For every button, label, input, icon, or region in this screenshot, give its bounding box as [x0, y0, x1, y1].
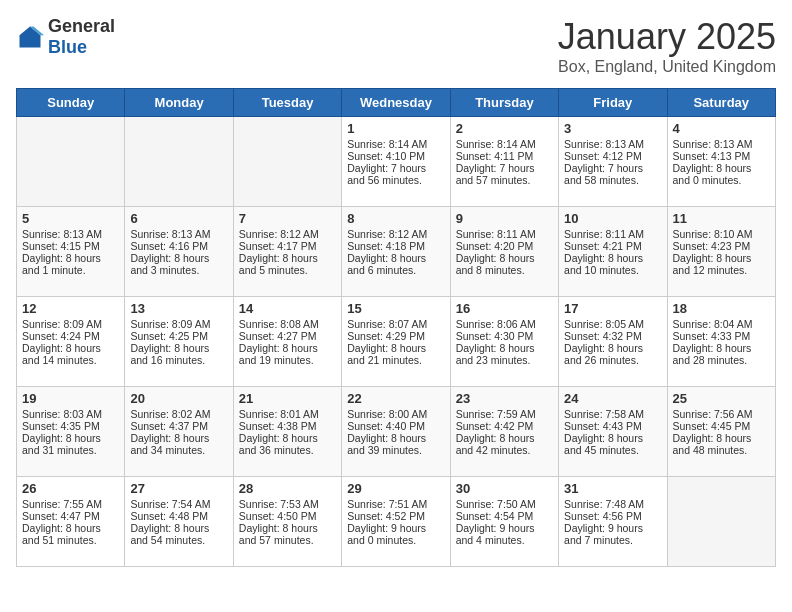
calendar-cell: 25Sunrise: 7:56 AMSunset: 4:45 PMDayligh… — [667, 387, 775, 477]
day-info: and 21 minutes. — [347, 354, 444, 366]
day-info: Sunset: 4:17 PM — [239, 240, 336, 252]
day-info: Daylight: 8 hours — [673, 252, 770, 264]
col-header-friday: Friday — [559, 89, 667, 117]
day-info: Sunset: 4:43 PM — [564, 420, 661, 432]
calendar-cell: 9Sunrise: 8:11 AMSunset: 4:20 PMDaylight… — [450, 207, 558, 297]
day-info: Sunset: 4:10 PM — [347, 150, 444, 162]
day-number: 17 — [564, 301, 661, 316]
day-info: and 26 minutes. — [564, 354, 661, 366]
day-info: Sunrise: 8:05 AM — [564, 318, 661, 330]
day-number: 7 — [239, 211, 336, 226]
day-info: Sunset: 4:54 PM — [456, 510, 553, 522]
day-info: and 45 minutes. — [564, 444, 661, 456]
day-number: 1 — [347, 121, 444, 136]
day-info: Sunrise: 7:53 AM — [239, 498, 336, 510]
day-info: Sunset: 4:25 PM — [130, 330, 227, 342]
day-number: 24 — [564, 391, 661, 406]
day-info: and 58 minutes. — [564, 174, 661, 186]
day-number: 20 — [130, 391, 227, 406]
calendar-cell: 30Sunrise: 7:50 AMSunset: 4:54 PMDayligh… — [450, 477, 558, 567]
calendar-cell: 2Sunrise: 8:14 AMSunset: 4:11 PMDaylight… — [450, 117, 558, 207]
day-info: and 42 minutes. — [456, 444, 553, 456]
day-info: Sunrise: 7:51 AM — [347, 498, 444, 510]
day-info: Daylight: 9 hours — [564, 522, 661, 534]
day-number: 29 — [347, 481, 444, 496]
day-info: Sunset: 4:47 PM — [22, 510, 119, 522]
calendar-cell: 13Sunrise: 8:09 AMSunset: 4:25 PMDayligh… — [125, 297, 233, 387]
day-info: and 14 minutes. — [22, 354, 119, 366]
day-info: Sunset: 4:52 PM — [347, 510, 444, 522]
day-info: and 39 minutes. — [347, 444, 444, 456]
day-info: and 12 minutes. — [673, 264, 770, 276]
day-info: Sunrise: 8:13 AM — [22, 228, 119, 240]
day-info: Daylight: 8 hours — [564, 252, 661, 264]
day-info: Sunrise: 8:03 AM — [22, 408, 119, 420]
day-info: Daylight: 7 hours — [456, 162, 553, 174]
calendar-table: SundayMondayTuesdayWednesdayThursdayFrid… — [16, 88, 776, 567]
day-info: and 0 minutes. — [347, 534, 444, 546]
day-number: 13 — [130, 301, 227, 316]
day-info: and 19 minutes. — [239, 354, 336, 366]
day-info: Daylight: 8 hours — [673, 342, 770, 354]
day-info: Daylight: 8 hours — [239, 342, 336, 354]
day-info: Daylight: 8 hours — [347, 432, 444, 444]
day-info: Sunrise: 7:50 AM — [456, 498, 553, 510]
col-header-thursday: Thursday — [450, 89, 558, 117]
day-info: Sunrise: 8:14 AM — [347, 138, 444, 150]
col-header-tuesday: Tuesday — [233, 89, 341, 117]
day-info: Sunset: 4:37 PM — [130, 420, 227, 432]
calendar-cell: 15Sunrise: 8:07 AMSunset: 4:29 PMDayligh… — [342, 297, 450, 387]
title-block: January 2025 Box, England, United Kingdo… — [558, 16, 776, 76]
calendar-cell: 17Sunrise: 8:05 AMSunset: 4:32 PMDayligh… — [559, 297, 667, 387]
day-number: 22 — [347, 391, 444, 406]
day-info: Daylight: 7 hours — [347, 162, 444, 174]
day-info: Sunrise: 8:13 AM — [673, 138, 770, 150]
day-info: Sunset: 4:11 PM — [456, 150, 553, 162]
day-info: Sunrise: 8:12 AM — [347, 228, 444, 240]
day-info: Daylight: 8 hours — [673, 162, 770, 174]
day-number: 4 — [673, 121, 770, 136]
day-info: Sunrise: 7:59 AM — [456, 408, 553, 420]
day-number: 23 — [456, 391, 553, 406]
logo-general: General — [48, 16, 115, 36]
day-info: Daylight: 8 hours — [130, 342, 227, 354]
day-info: and 36 minutes. — [239, 444, 336, 456]
day-info: Sunrise: 7:54 AM — [130, 498, 227, 510]
day-info: Sunset: 4:18 PM — [347, 240, 444, 252]
day-info: Sunrise: 8:14 AM — [456, 138, 553, 150]
col-header-sunday: Sunday — [17, 89, 125, 117]
page-header: General Blue January 2025 Box, England, … — [16, 16, 776, 76]
day-info: Sunrise: 8:13 AM — [130, 228, 227, 240]
day-info: and 48 minutes. — [673, 444, 770, 456]
day-number: 21 — [239, 391, 336, 406]
calendar-cell: 27Sunrise: 7:54 AMSunset: 4:48 PMDayligh… — [125, 477, 233, 567]
week-row: 26Sunrise: 7:55 AMSunset: 4:47 PMDayligh… — [17, 477, 776, 567]
day-number: 11 — [673, 211, 770, 226]
calendar-cell: 16Sunrise: 8:06 AMSunset: 4:30 PMDayligh… — [450, 297, 558, 387]
day-info: Sunrise: 8:07 AM — [347, 318, 444, 330]
day-info: Sunset: 4:20 PM — [456, 240, 553, 252]
week-row: 12Sunrise: 8:09 AMSunset: 4:24 PMDayligh… — [17, 297, 776, 387]
day-info: and 8 minutes. — [456, 264, 553, 276]
calendar-cell: 6Sunrise: 8:13 AMSunset: 4:16 PMDaylight… — [125, 207, 233, 297]
day-number: 25 — [673, 391, 770, 406]
day-info: Sunrise: 7:56 AM — [673, 408, 770, 420]
day-info: Daylight: 8 hours — [130, 252, 227, 264]
calendar-cell: 29Sunrise: 7:51 AMSunset: 4:52 PMDayligh… — [342, 477, 450, 567]
calendar-cell: 24Sunrise: 7:58 AMSunset: 4:43 PMDayligh… — [559, 387, 667, 477]
day-info: and 57 minutes. — [456, 174, 553, 186]
calendar-cell: 10Sunrise: 8:11 AMSunset: 4:21 PMDayligh… — [559, 207, 667, 297]
day-info: Sunset: 4:21 PM — [564, 240, 661, 252]
day-info: Sunset: 4:15 PM — [22, 240, 119, 252]
day-info: Sunset: 4:48 PM — [130, 510, 227, 522]
day-info: Sunset: 4:24 PM — [22, 330, 119, 342]
day-info: Daylight: 8 hours — [347, 252, 444, 264]
day-info: and 56 minutes. — [347, 174, 444, 186]
day-info: Sunrise: 8:01 AM — [239, 408, 336, 420]
calendar-cell: 11Sunrise: 8:10 AMSunset: 4:23 PMDayligh… — [667, 207, 775, 297]
calendar-cell: 4Sunrise: 8:13 AMSunset: 4:13 PMDaylight… — [667, 117, 775, 207]
month-title: January 2025 — [558, 16, 776, 58]
day-info: Sunset: 4:56 PM — [564, 510, 661, 522]
calendar-cell: 23Sunrise: 7:59 AMSunset: 4:42 PMDayligh… — [450, 387, 558, 477]
day-info: Sunset: 4:40 PM — [347, 420, 444, 432]
